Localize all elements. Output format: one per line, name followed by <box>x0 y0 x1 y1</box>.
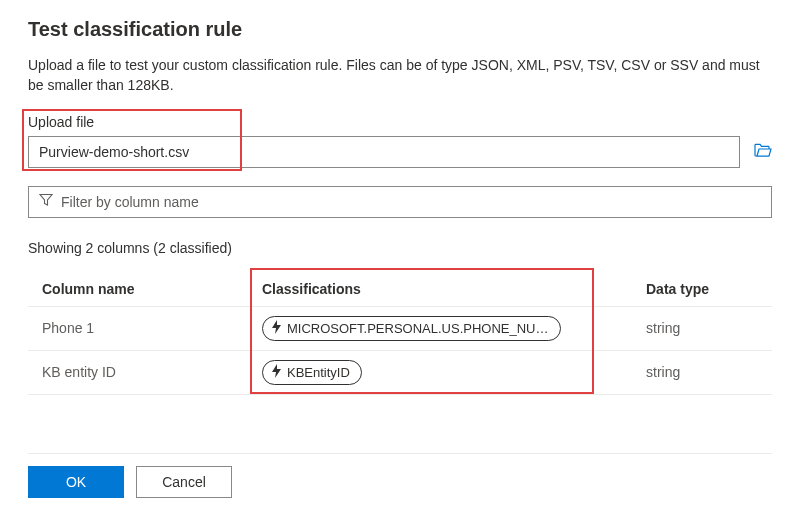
classification-text: KBEntityID <box>287 365 350 380</box>
upload-file-input[interactable] <box>28 136 740 168</box>
columns-table: Column name Classifications Data type Ph… <box>28 272 772 395</box>
table-row[interactable]: KB entity ID KBEntityID string <box>28 350 772 394</box>
cell-classification: KBEntityID <box>248 350 632 394</box>
column-header-classifications[interactable]: Classifications <box>248 272 632 307</box>
upload-file-label: Upload file <box>28 114 772 130</box>
column-header-type[interactable]: Data type <box>632 272 772 307</box>
cell-data-type: string <box>632 306 772 350</box>
table-row[interactable]: Phone 1 MICROSOFT.PERSONAL.US.PHONE_NU… … <box>28 306 772 350</box>
column-header-name[interactable]: Column name <box>28 272 248 307</box>
filter-input[interactable] <box>61 194 761 210</box>
footer-divider <box>28 453 772 454</box>
lightning-icon <box>271 320 282 337</box>
cell-data-type: string <box>632 350 772 394</box>
cell-column-name: KB entity ID <box>28 350 248 394</box>
footer-buttons: OK Cancel <box>28 466 232 498</box>
classification-pill[interactable]: KBEntityID <box>262 360 362 385</box>
classification-pill[interactable]: MICROSOFT.PERSONAL.US.PHONE_NU… <box>262 316 561 341</box>
filter-row[interactable] <box>28 186 772 218</box>
cell-classification: MICROSOFT.PERSONAL.US.PHONE_NU… <box>248 306 632 350</box>
description-text: Upload a file to test your custom classi… <box>28 55 772 96</box>
ok-button[interactable]: OK <box>28 466 124 498</box>
upload-section: Upload file <box>28 114 772 168</box>
results-count-text: Showing 2 columns (2 classified) <box>28 240 772 256</box>
cancel-button[interactable]: Cancel <box>136 466 232 498</box>
page-title: Test classification rule <box>28 18 772 41</box>
filter-icon <box>39 193 53 210</box>
cell-column-name: Phone 1 <box>28 306 248 350</box>
lightning-icon <box>271 364 282 381</box>
folder-open-icon[interactable] <box>754 143 772 160</box>
classification-text: MICROSOFT.PERSONAL.US.PHONE_NU… <box>287 321 549 336</box>
